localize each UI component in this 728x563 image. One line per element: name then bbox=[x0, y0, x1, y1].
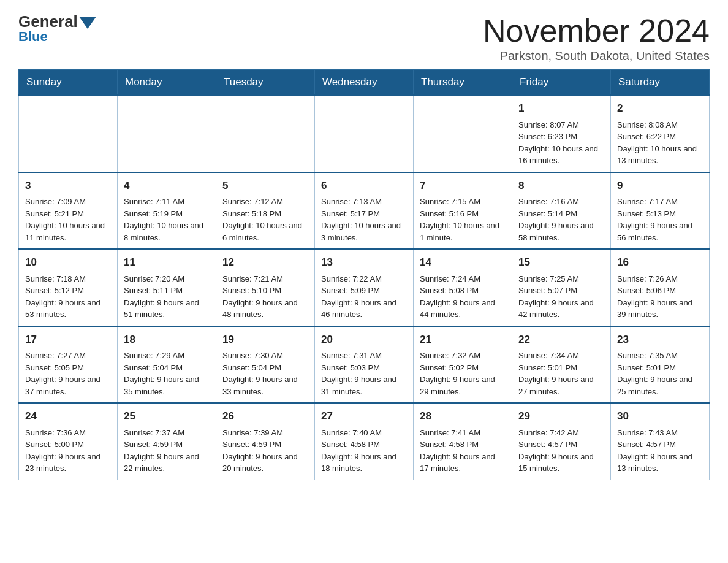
weekday-header-tuesday: Tuesday bbox=[216, 70, 315, 96]
day-number: 26 bbox=[222, 408, 308, 424]
calendar-cell: 3Sunrise: 7:09 AMSunset: 5:21 PMDaylight… bbox=[19, 172, 118, 250]
day-info-line: Sunrise: 7:16 AM bbox=[518, 196, 604, 208]
day-number: 17 bbox=[25, 332, 111, 348]
calendar-cell: 10Sunrise: 7:18 AMSunset: 5:12 PMDayligh… bbox=[19, 249, 118, 326]
day-info-line: Sunrise: 8:07 AM bbox=[518, 119, 604, 131]
day-number: 23 bbox=[617, 332, 703, 348]
day-info-line: Sunset: 5:04 PM bbox=[124, 362, 210, 374]
day-info-line: Sunrise: 7:22 AM bbox=[321, 273, 407, 285]
calendar-week-row: 24Sunrise: 7:36 AMSunset: 5:00 PMDayligh… bbox=[19, 403, 710, 480]
day-info-line: Sunset: 5:03 PM bbox=[321, 362, 407, 374]
day-info-line: Sunset: 4:58 PM bbox=[321, 439, 407, 451]
calendar-week-row: 3Sunrise: 7:09 AMSunset: 5:21 PMDaylight… bbox=[19, 172, 710, 250]
calendar-cell: 12Sunrise: 7:21 AMSunset: 5:10 PMDayligh… bbox=[216, 249, 315, 326]
day-info-line: Sunrise: 7:37 AM bbox=[124, 427, 210, 439]
day-info-line: Sunrise: 7:27 AM bbox=[25, 350, 111, 362]
day-info-line: Daylight: 9 hours and 20 minutes. bbox=[222, 451, 308, 475]
day-info-line: Sunset: 4:58 PM bbox=[420, 439, 506, 451]
weekday-header-monday: Monday bbox=[118, 70, 216, 96]
calendar-cell: 9Sunrise: 7:17 AMSunset: 5:13 PMDaylight… bbox=[611, 172, 710, 250]
calendar-cell bbox=[216, 95, 315, 172]
day-number: 27 bbox=[321, 408, 407, 424]
day-info-line: Sunrise: 7:42 AM bbox=[518, 427, 604, 439]
day-info-line: Daylight: 9 hours and 48 minutes. bbox=[222, 297, 308, 321]
calendar-cell: 2Sunrise: 8:08 AMSunset: 6:22 PMDaylight… bbox=[611, 95, 710, 172]
calendar-cell: 27Sunrise: 7:40 AMSunset: 4:58 PMDayligh… bbox=[315, 403, 414, 480]
calendar-week-row: 17Sunrise: 7:27 AMSunset: 5:05 PMDayligh… bbox=[19, 326, 710, 404]
weekday-header-saturday: Saturday bbox=[611, 70, 710, 96]
day-info-line: Sunset: 4:59 PM bbox=[222, 439, 308, 451]
day-info-line: Sunset: 5:13 PM bbox=[617, 208, 703, 220]
day-number: 25 bbox=[124, 408, 210, 424]
day-info-line: Sunrise: 7:25 AM bbox=[518, 273, 604, 285]
day-info-line: Sunrise: 7:24 AM bbox=[420, 273, 506, 285]
day-info-line: Sunrise: 7:21 AM bbox=[222, 273, 308, 285]
day-info-line: Daylight: 9 hours and 35 minutes. bbox=[124, 373, 210, 397]
calendar-cell: 11Sunrise: 7:20 AMSunset: 5:11 PMDayligh… bbox=[118, 249, 216, 326]
day-info-line: Sunrise: 7:30 AM bbox=[222, 350, 308, 362]
day-info-line: Sunrise: 7:12 AM bbox=[222, 196, 308, 208]
day-info-line: Sunrise: 7:39 AM bbox=[222, 427, 308, 439]
day-number: 15 bbox=[518, 255, 604, 270]
day-info-line: Sunset: 5:12 PM bbox=[25, 285, 111, 297]
day-info-line: Sunset: 5:04 PM bbox=[222, 362, 308, 374]
calendar-cell: 15Sunrise: 7:25 AMSunset: 5:07 PMDayligh… bbox=[512, 249, 611, 326]
day-info-line: Sunrise: 7:20 AM bbox=[124, 273, 210, 285]
location-subtitle: Parkston, South Dakota, United States bbox=[483, 49, 710, 63]
day-info-line: Daylight: 9 hours and 22 minutes. bbox=[124, 451, 210, 475]
day-number: 1 bbox=[518, 101, 604, 117]
day-number: 24 bbox=[25, 408, 111, 424]
calendar-cell: 21Sunrise: 7:32 AMSunset: 5:02 PMDayligh… bbox=[414, 326, 512, 404]
day-info-line: Daylight: 9 hours and 58 minutes. bbox=[518, 220, 604, 243]
weekday-header-wednesday: Wednesday bbox=[315, 70, 414, 96]
day-number: 6 bbox=[321, 178, 407, 194]
day-info-line: Sunset: 5:17 PM bbox=[321, 208, 407, 220]
day-info-line: Sunset: 5:01 PM bbox=[617, 362, 703, 374]
day-number: 11 bbox=[124, 255, 210, 270]
calendar-cell: 30Sunrise: 7:43 AMSunset: 4:57 PMDayligh… bbox=[611, 403, 710, 480]
calendar-cell: 20Sunrise: 7:31 AMSunset: 5:03 PMDayligh… bbox=[315, 326, 414, 404]
day-info-line: Daylight: 9 hours and 51 minutes. bbox=[124, 297, 210, 321]
weekday-header-friday: Friday bbox=[512, 70, 611, 96]
day-number: 16 bbox=[617, 255, 703, 270]
day-info-line: Sunset: 4:59 PM bbox=[124, 439, 210, 451]
day-info-line: Sunset: 5:01 PM bbox=[518, 362, 604, 374]
day-number: 2 bbox=[617, 101, 703, 117]
day-info-line: Daylight: 9 hours and 15 minutes. bbox=[518, 451, 604, 475]
day-info-line: Daylight: 9 hours and 44 minutes. bbox=[420, 297, 506, 321]
calendar-body: 1Sunrise: 8:07 AMSunset: 6:23 PMDaylight… bbox=[19, 95, 710, 480]
day-info-line: Sunrise: 7:26 AM bbox=[617, 273, 703, 285]
day-info-line: Sunrise: 7:29 AM bbox=[124, 350, 210, 362]
day-info-line: Sunrise: 7:31 AM bbox=[321, 350, 407, 362]
day-info-line: Daylight: 9 hours and 23 minutes. bbox=[25, 451, 111, 475]
calendar-cell: 1Sunrise: 8:07 AMSunset: 6:23 PMDaylight… bbox=[512, 95, 611, 172]
day-number: 13 bbox=[321, 255, 407, 270]
calendar-cell bbox=[414, 95, 512, 172]
day-info-line: Daylight: 9 hours and 46 minutes. bbox=[321, 297, 407, 321]
day-info-line: Sunset: 5:10 PM bbox=[222, 285, 308, 297]
calendar-table: SundayMondayTuesdayWednesdayThursdayFrid… bbox=[18, 69, 710, 480]
day-info-line: Daylight: 9 hours and 37 minutes. bbox=[25, 373, 111, 397]
calendar-cell bbox=[118, 95, 216, 172]
calendar-cell: 28Sunrise: 7:41 AMSunset: 4:58 PMDayligh… bbox=[414, 403, 512, 480]
day-number: 5 bbox=[222, 178, 308, 194]
day-info-line: Sunset: 5:07 PM bbox=[518, 285, 604, 297]
calendar-cell: 23Sunrise: 7:35 AMSunset: 5:01 PMDayligh… bbox=[611, 326, 710, 404]
day-info-line: Sunset: 5:11 PM bbox=[124, 285, 210, 297]
day-info-line: Sunrise: 7:18 AM bbox=[25, 273, 111, 285]
day-info-line: Sunrise: 7:34 AM bbox=[518, 350, 604, 362]
svg-marker-0 bbox=[79, 17, 96, 29]
day-info-line: Sunrise: 7:43 AM bbox=[617, 427, 703, 439]
day-info-line: Sunrise: 7:35 AM bbox=[617, 350, 703, 362]
day-info-line: Sunset: 5:05 PM bbox=[25, 362, 111, 374]
day-number: 21 bbox=[420, 332, 506, 348]
day-number: 22 bbox=[518, 332, 604, 348]
day-info-line: Daylight: 9 hours and 53 minutes. bbox=[25, 297, 111, 321]
day-info-line: Sunset: 5:18 PM bbox=[222, 208, 308, 220]
day-number: 18 bbox=[124, 332, 210, 348]
day-info-line: Sunset: 5:02 PM bbox=[420, 362, 506, 374]
day-info-line: Daylight: 9 hours and 18 minutes. bbox=[321, 451, 407, 475]
day-info-line: Sunrise: 7:41 AM bbox=[420, 427, 506, 439]
day-number: 20 bbox=[321, 332, 407, 348]
weekday-header-sunday: Sunday bbox=[19, 70, 118, 96]
